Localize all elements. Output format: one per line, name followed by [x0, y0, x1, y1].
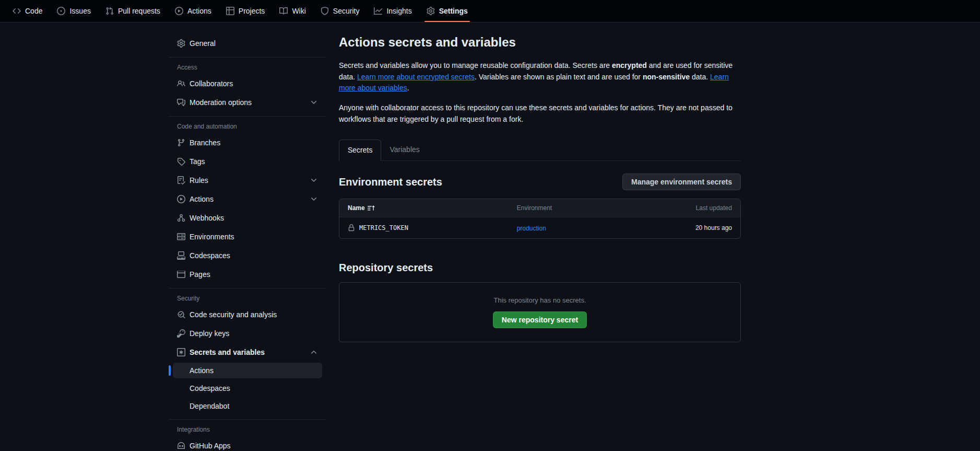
secret-environment-cell: production: [517, 224, 636, 232]
key-icon: [177, 329, 185, 338]
sidebar-section-security: Security Code security and analysis Depl…: [169, 288, 326, 414]
comment-discussion-icon: [177, 98, 185, 107]
sidebar-item-codespaces[interactable]: Codespaces: [173, 247, 322, 264]
graph-icon: [374, 7, 382, 15]
sidebar-item-label: Moderation options: [190, 97, 252, 108]
server-icon: [177, 233, 185, 241]
gear-icon: [427, 7, 435, 15]
sidebar-item-webhooks[interactable]: Webhooks: [173, 210, 322, 226]
secret-name-cell: METRICS_TOKEN: [348, 224, 517, 232]
section-title: Integrations: [169, 426, 326, 433]
environment-secrets-header: Environment secrets Manage environment s…: [339, 174, 741, 190]
tab-insights[interactable]: Insights: [367, 0, 419, 22]
sidebar-item-rules[interactable]: Rules: [173, 172, 322, 189]
tab-code-label: Code: [25, 7, 42, 15]
git-pull-request-icon: [105, 7, 114, 15]
sidebar-item-branches[interactable]: Branches: [173, 134, 322, 151]
table-header-row: Name Environment Last updated: [339, 199, 740, 217]
play-icon: [175, 7, 183, 15]
section-title: Code and automation: [169, 123, 326, 130]
sidebar-item-github-apps[interactable]: GitHub Apps: [173, 437, 322, 451]
sidebar-item-pages[interactable]: Pages: [173, 266, 322, 283]
git-branch-icon: [177, 138, 185, 147]
rules-icon: [177, 176, 185, 184]
tab-projects-label: Projects: [239, 7, 265, 15]
secret-name: METRICS_TOKEN: [359, 224, 408, 232]
column-header-environment: Environment: [517, 204, 636, 212]
page-title: Actions secrets and variables: [339, 35, 741, 50]
settings-layout: General Access Collaborators Moderation …: [0, 22, 980, 451]
table-icon: [226, 7, 234, 15]
learn-more-encrypted-secrets-link[interactable]: Learn more about encrypted secrets: [357, 73, 475, 81]
sidebar-item-label: Secrets and variables: [190, 347, 265, 357]
sidebar-subitem-label: Dependabot: [190, 402, 229, 410]
secrets-variables-tabnav: Secrets Variables: [339, 140, 741, 161]
sidebar-item-label: Code security and analysis: [190, 309, 277, 320]
webhook-icon: [177, 214, 185, 222]
chevron-up-icon: [310, 348, 318, 356]
intro-text: .: [407, 84, 409, 92]
environment-secrets-heading: Environment secrets: [339, 176, 442, 188]
sidebar-item-label: Actions: [190, 194, 214, 204]
sidebar-subitem-actions[interactable]: Actions: [173, 363, 322, 378]
sidebar-section-integrations: Integrations GitHub Apps Email notificat…: [169, 419, 326, 451]
sidebar-subitem-dependabot[interactable]: Dependabot: [173, 398, 322, 414]
sidebar-item-label: Branches: [190, 137, 220, 148]
tab-security[interactable]: Security: [313, 0, 367, 22]
tab-pull-requests-label: Pull requests: [118, 7, 160, 15]
sidebar-item-label: Rules: [190, 175, 208, 186]
tab-secrets[interactable]: Secrets: [339, 140, 381, 161]
sidebar-item-moderation-options[interactable]: Moderation options: [173, 94, 322, 111]
environment-secrets-table: Name Environment Last updated METRICS_TO…: [339, 199, 741, 239]
chevron-down-icon: [310, 176, 318, 184]
repo-tab-bar: Code Issues Pull requests Actions Projec…: [0, 0, 980, 22]
sidebar-item-environments[interactable]: Environments: [173, 228, 322, 245]
sidebar-item-general[interactable]: General: [173, 35, 322, 52]
tab-actions[interactable]: Actions: [168, 0, 219, 22]
shield-icon: [321, 7, 329, 15]
intro-text: . Variables are shown as plain text and …: [475, 73, 643, 81]
column-header-name[interactable]: Name: [348, 204, 517, 212]
sidebar-item-label: Tags: [190, 156, 205, 167]
sidebar-item-actions[interactable]: Actions: [173, 191, 322, 207]
sidebar-item-label: Pages: [190, 269, 210, 280]
new-repository-secret-button[interactable]: New repository secret: [493, 311, 587, 328]
environment-link[interactable]: production: [517, 225, 546, 232]
sidebar-item-label: Codespaces: [190, 250, 230, 261]
sidebar-section-code-and-automation: Code and automation Branches Tags Rules …: [169, 116, 326, 283]
sidebar-item-label: Deploy keys: [190, 328, 229, 339]
tab-code[interactable]: Code: [5, 0, 50, 22]
tab-issues[interactable]: Issues: [50, 0, 98, 22]
sidebar-item-deploy-keys[interactable]: Deploy keys: [173, 325, 322, 342]
manage-environment-secrets-button[interactable]: Manage environment secrets: [622, 174, 741, 190]
intro-text: Secrets and variables allow you to manag…: [339, 61, 612, 70]
sidebar-section-access: Access Collaborators Moderation options: [169, 57, 326, 111]
column-header-last-updated: Last updated: [636, 204, 732, 212]
tab-settings-label: Settings: [439, 7, 468, 15]
fork-note-paragraph: Anyone with collaborator access to this …: [339, 102, 741, 125]
browser-icon: [177, 270, 185, 279]
chevron-down-icon: [310, 195, 318, 203]
empty-state-message: This repository has no secrets.: [353, 296, 727, 304]
sidebar-item-tags[interactable]: Tags: [173, 153, 322, 170]
sidebar-item-code-security-and-analysis[interactable]: Code security and analysis: [173, 306, 322, 323]
tab-variables[interactable]: Variables: [381, 140, 428, 161]
tab-projects[interactable]: Projects: [219, 0, 273, 22]
tab-settings[interactable]: Settings: [419, 0, 475, 22]
book-icon: [279, 7, 288, 15]
sidebar-item-collaborators[interactable]: Collaborators: [173, 75, 322, 92]
tab-wiki[interactable]: Wiki: [272, 0, 313, 22]
sidebar-item-secrets-and-variables[interactable]: Secrets and variables: [173, 344, 322, 361]
sidebar-subitem-codespaces[interactable]: Codespaces: [173, 380, 322, 396]
sidebar-item-label: Environments: [190, 232, 234, 242]
tab-actions-label: Actions: [187, 7, 211, 15]
sidebar-subitem-label: Codespaces: [190, 384, 230, 392]
tab-pull-requests[interactable]: Pull requests: [98, 0, 168, 22]
intro-bold-encrypted: encrypted: [612, 61, 647, 70]
sidebar-item-label: Collaborators: [190, 78, 233, 89]
intro-paragraph: Secrets and variables allow you to manag…: [339, 60, 741, 94]
chevron-down-icon: [310, 98, 318, 107]
codespaces-icon: [177, 251, 185, 260]
tab-security-label: Security: [333, 7, 360, 15]
intro-bold-non-sensitive: non-sensitive: [643, 73, 690, 81]
